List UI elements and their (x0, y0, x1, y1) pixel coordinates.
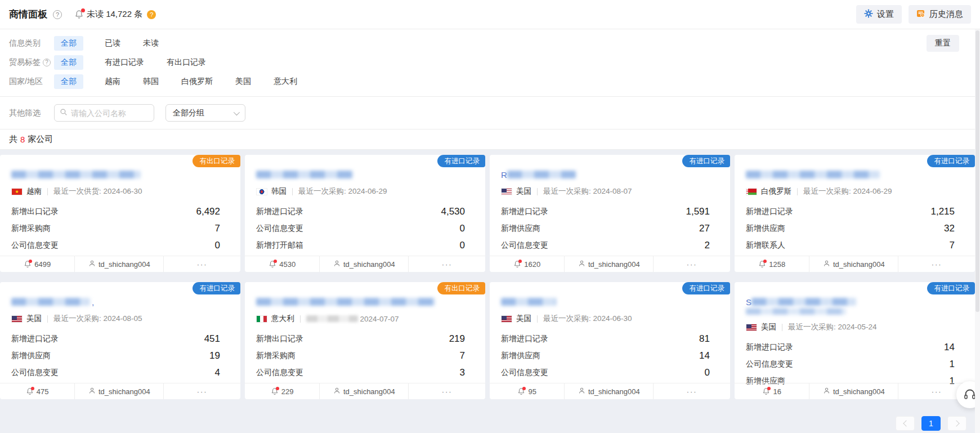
stat-row: 新增进口记录1,591 (490, 203, 730, 220)
company-search-input[interactable] (71, 109, 149, 118)
company-card[interactable]: 有进口记录 白俄罗斯 最近一次采购: 2024-06-29 新增进口记录1,21… (735, 155, 975, 272)
company-card[interactable]: 有进口记录 , 美国 最近一次采购: 2024-08-05 新增进口记录451新… (0, 282, 240, 399)
filter-option[interactable]: 美国 (234, 74, 252, 89)
company-cards-grid: 有出口记录 越南 最近一次供货: 2024-06-30 新增出口记录6,492新… (0, 150, 980, 399)
filter-option[interactable]: 有出口记录 (165, 55, 207, 70)
company-card[interactable]: 有进口记录 美国 最近一次采购: 2024-06-30 新增进口记录81新增供应… (490, 282, 730, 399)
company-name-blur (501, 298, 556, 306)
trade-record-badge: 有进口记录 (927, 155, 975, 167)
company-meta: 美国 最近一次采购: 2024-08-05 (11, 314, 229, 324)
filter-help-icon[interactable]: ? (43, 59, 51, 66)
card-notifications[interactable]: 16 (735, 383, 809, 399)
filter-option[interactable]: 已读 (104, 36, 122, 51)
filter-option[interactable]: 白俄罗斯 (180, 74, 214, 89)
country-flag (11, 188, 23, 195)
more-actions-button[interactable]: ··· (408, 256, 485, 272)
last-date: 2024-06-29 (348, 187, 387, 195)
card-notifications[interactable]: 1258 (735, 256, 809, 272)
trade-record-badge: 有进口记录 (682, 155, 731, 167)
scrollbar-thumb[interactable] (975, 30, 979, 312)
group-select[interactable]: 全部分组 (165, 104, 245, 122)
card-notifications[interactable]: 475 (0, 383, 74, 399)
country-name: 美国 (761, 322, 776, 332)
company-name (256, 170, 474, 179)
card-notifications[interactable]: 4530 (245, 256, 319, 272)
more-actions-button[interactable]: ··· (898, 256, 975, 272)
page-1-button[interactable]: 1 (921, 416, 941, 431)
company-meta: 意大利 2024-07-07 (256, 314, 474, 324)
last-date-label: 最近一次采购: (803, 187, 851, 195)
filter-row: 贸易标签?全部有进口记录有出口记录 (9, 53, 980, 72)
reset-button[interactable]: 重置 (927, 35, 959, 52)
card-notifications[interactable]: 229 (245, 383, 319, 399)
card-stats: 新增进口记录451新增供应商19公司信息变更4 (0, 331, 240, 381)
last-trade: 最近一次采购: 2024-06-29 (298, 186, 387, 197)
owner-name: td_shichang004 (588, 387, 640, 396)
card-notifications[interactable]: 95 (490, 383, 564, 399)
next-page-button[interactable] (947, 416, 966, 431)
country-name: 越南 (26, 186, 42, 197)
stat-label: 公司信息变更 (256, 368, 303, 378)
company-name: , (11, 297, 229, 306)
divider (782, 324, 782, 331)
card-notifications[interactable]: 1620 (490, 256, 564, 272)
company-card[interactable]: 有出口记录 越南 最近一次供货: 2024-06-30 新增出口记录6,492新… (0, 155, 240, 272)
card-owner[interactable]: td_shichang004 (564, 256, 653, 272)
filter-option[interactable]: 全部 (54, 55, 83, 70)
company-search-box[interactable] (54, 104, 154, 122)
notification-bell-icon[interactable] (74, 10, 84, 19)
filter-option[interactable]: 越南 (104, 74, 122, 89)
country-flag (256, 315, 267, 323)
filter-option[interactable]: 韩国 (142, 74, 160, 89)
filter-option[interactable]: 全部 (54, 36, 83, 51)
settings-button[interactable]: 设置 (856, 5, 902, 24)
last-date: 2024-07-07 (360, 315, 399, 323)
card-owner[interactable]: td_shichang004 (74, 383, 163, 399)
company-card[interactable]: 有出口记录 意大利 2024-07-07 新增出口记录219新增采购商7公司信息… (245, 282, 485, 399)
company-name-blur (11, 298, 90, 306)
company-card[interactable]: 有进口记录 S 美国 最近一次采购: 2024-05-24 新增进口记录14公司… (735, 282, 975, 399)
card-owner[interactable]: td_shichang004 (809, 256, 898, 272)
company-name-prefix: S (746, 297, 751, 307)
card-owner[interactable]: td_shichang004 (319, 256, 408, 272)
history-messages-button[interactable]: 历史消息 (909, 5, 971, 24)
divider (47, 315, 48, 323)
more-actions-button[interactable]: ··· (653, 256, 730, 272)
stat-row: 公司信息变更4 (0, 364, 240, 381)
company-card[interactable]: 有进口记录 韩国 最近一次采购: 2024-06-29 新增进口记录4,530公… (245, 155, 485, 272)
last-date: 2024-06-29 (853, 187, 892, 195)
more-actions-button[interactable]: ··· (408, 383, 485, 399)
notify-count: 475 (37, 387, 49, 396)
owner-name: td_shichang004 (343, 260, 395, 269)
person-icon (823, 387, 830, 396)
card-owner[interactable]: td_shichang004 (809, 383, 898, 399)
card-owner[interactable]: td_shichang004 (74, 256, 163, 272)
more-actions-button[interactable]: ··· (163, 256, 240, 272)
stat-label: 新增供应商 (746, 224, 785, 234)
filter-option[interactable]: 有进口记录 (104, 55, 145, 70)
last-date-label: 最近一次供货: (53, 187, 101, 195)
filter-option[interactable]: 全部 (54, 74, 83, 89)
trade-record-badge: 有出口记录 (193, 155, 241, 167)
company-card[interactable]: 有进口记录 R 美国 最近一次采购: 2024-08-07 新增进口记录1,59… (490, 155, 730, 272)
stat-row: 新增联系人7 (735, 237, 975, 254)
card-owner[interactable]: td_shichang004 (564, 383, 653, 399)
pagination: 1 (896, 416, 966, 431)
stat-value: 1,215 (930, 206, 955, 217)
help-orange-icon[interactable]: ? (147, 10, 156, 19)
filter-option[interactable]: 意大利 (272, 74, 298, 89)
stat-label: 新增进口记录 (746, 207, 793, 217)
help-icon[interactable]: ? (53, 10, 62, 19)
bell-icon (24, 260, 32, 268)
card-owner[interactable]: td_shichang004 (319, 383, 408, 399)
prev-page-button[interactable] (896, 416, 915, 431)
more-actions-button[interactable]: ··· (653, 383, 730, 399)
card-notifications[interactable]: 6499 (0, 256, 74, 272)
filter-option[interactable]: 未读 (142, 36, 160, 51)
chevron-left-icon (903, 420, 909, 426)
country-flag (256, 188, 267, 195)
more-actions-button[interactable]: ··· (163, 383, 240, 399)
last-date: 2024-06-30 (593, 314, 632, 323)
owner-name: td_shichang004 (833, 387, 885, 396)
last-date: 2024-06-30 (104, 187, 142, 195)
